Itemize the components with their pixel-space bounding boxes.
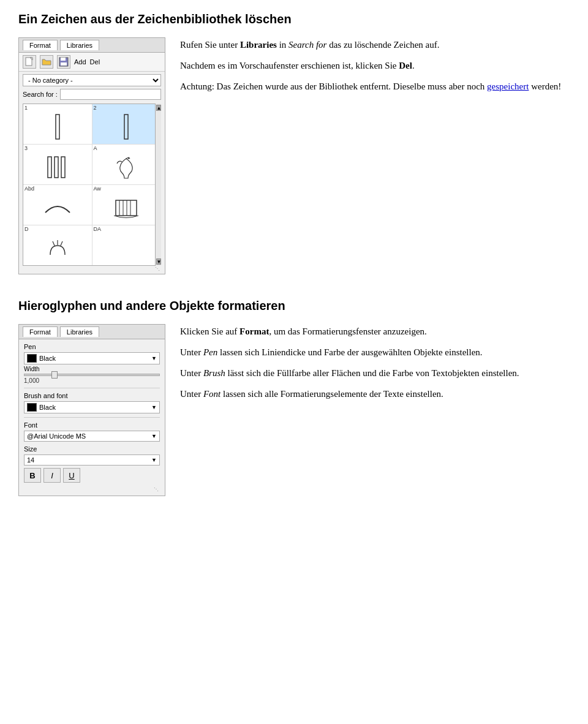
brush-color-label: Black bbox=[39, 404, 149, 411]
glyph-cell-D[interactable]: D bbox=[23, 225, 92, 265]
section2-text: Klicken Sie auf Format, um das Formatier… bbox=[180, 324, 570, 496]
glyph-row-1: 1 2 bbox=[23, 104, 160, 145]
glyph-cell-2[interactable]: 2 bbox=[92, 104, 161, 144]
divider-1 bbox=[24, 388, 160, 388]
format-buttons-row: B I U bbox=[24, 468, 160, 483]
width-value: 1,000 bbox=[24, 377, 160, 384]
para-1: Rufen Sie unter Libraries in Search for … bbox=[180, 37, 570, 52]
brush-font-label: Brush and font bbox=[24, 392, 160, 399]
svg-rect-9 bbox=[61, 157, 65, 178]
glyph-row-4: D bbox=[23, 225, 160, 265]
para-2: Nachdem es im Vorschaufenster erschienen… bbox=[180, 58, 570, 73]
para-s2-3: Unter Brush lässt sich die Füllfarbe all… bbox=[180, 366, 570, 380]
divider-2 bbox=[24, 417, 160, 418]
svg-rect-11 bbox=[116, 200, 137, 216]
svg-rect-6 bbox=[124, 115, 128, 139]
section1-text: Rufen Sie unter Libraries in Search for … bbox=[180, 37, 570, 274]
italic-button[interactable]: I bbox=[43, 468, 61, 483]
format-resize-handle[interactable]: ⋱ bbox=[24, 486, 160, 492]
pen-color-swatch bbox=[27, 354, 37, 363]
panel-tabs: Format Libraries bbox=[19, 38, 165, 53]
glyph-cell-1[interactable]: 1 bbox=[23, 104, 92, 144]
scrollbar[interactable]: ▲ ▼ bbox=[155, 104, 161, 266]
category-dropdown[interactable]: - No category - bbox=[23, 74, 161, 86]
svg-rect-4 bbox=[61, 62, 67, 66]
width-slider[interactable] bbox=[24, 374, 160, 376]
glyph-cell-Abd[interactable]: Abd bbox=[23, 185, 92, 225]
pen-dropdown-arrow: ▼ bbox=[151, 355, 157, 361]
add-label: Add bbox=[74, 58, 86, 66]
gespeichert-link[interactable]: gespeichert bbox=[487, 81, 529, 91]
pen-color-dropdown[interactable]: Black ▼ bbox=[24, 352, 160, 364]
new-icon[interactable] bbox=[23, 55, 36, 69]
tab-format[interactable]: Format bbox=[23, 40, 58, 50]
para-3: Achtung: Das Zeichen wurde aus der Bibli… bbox=[180, 79, 570, 94]
brush-color-swatch bbox=[27, 403, 37, 412]
tab-format-2[interactable]: Format bbox=[23, 326, 58, 337]
font-section-label: Font bbox=[24, 421, 160, 429]
size-dropdown-arrow: ▼ bbox=[151, 457, 157, 463]
glyph-cell-3[interactable]: 3 bbox=[23, 145, 92, 184]
glyph-cell-A[interactable]: A bbox=[92, 145, 161, 184]
svg-rect-7 bbox=[48, 157, 51, 178]
glyph-grid-container: 1 2 bbox=[23, 104, 161, 266]
open-icon[interactable] bbox=[40, 55, 53, 69]
resize-handle[interactable]: ⋱ bbox=[23, 266, 161, 271]
para-s2-1: Klicken Sie auf Format, um das Formatier… bbox=[180, 324, 570, 339]
bold-button[interactable]: B bbox=[24, 468, 41, 483]
pen-label: Pen bbox=[24, 343, 160, 350]
format-body: Pen Black ▼ Width 1,000 Brush and font bbox=[19, 339, 165, 496]
save-icon[interactable] bbox=[57, 55, 70, 69]
search-input[interactable] bbox=[60, 89, 161, 100]
section2: Hieroglyphen und andere Objekte formatie… bbox=[18, 299, 570, 496]
format-panel-tabs: Format Libraries bbox=[19, 325, 165, 339]
font-dropdown-arrow: ▼ bbox=[151, 433, 157, 439]
section1-title: Ein Zeichen aus der Zeichenbibliothek lö… bbox=[18, 12, 570, 26]
brush-color-dropdown[interactable]: Black ▼ bbox=[24, 401, 160, 413]
size-dropdown[interactable]: 14 ▼ bbox=[24, 454, 160, 466]
glyph-grid: 1 2 bbox=[23, 104, 161, 266]
search-label: Search for : bbox=[23, 91, 58, 98]
size-section-label: Size bbox=[24, 445, 160, 453]
format-panel: Format Libraries Pen Black ▼ Width bbox=[18, 324, 165, 496]
font-dropdown[interactable]: @Arial Unicode MS ▼ bbox=[24, 431, 160, 442]
svg-rect-3 bbox=[61, 58, 66, 61]
svg-point-10 bbox=[128, 157, 130, 159]
slider-thumb[interactable] bbox=[51, 371, 58, 379]
para-s2-4: Unter Font lassen sich alle Formatierung… bbox=[180, 387, 570, 401]
underline-button[interactable]: U bbox=[63, 468, 80, 483]
tab-libraries[interactable]: Libraries bbox=[60, 40, 99, 50]
search-row: Search for : bbox=[23, 89, 161, 100]
panel-body: - No category - Search for : 1 bbox=[19, 72, 165, 274]
brush-dropdown-arrow: ▼ bbox=[151, 404, 157, 410]
width-slider-row bbox=[24, 374, 160, 376]
section1: Ein Zeichen aus der Zeichenbibliothek lö… bbox=[18, 12, 570, 274]
glyph-row-3: Abd Aw bbox=[23, 185, 160, 225]
font-value: @Arial Unicode MS bbox=[27, 432, 86, 440]
del-label: Del bbox=[90, 58, 100, 66]
glyph-cell-Aw[interactable]: Aw bbox=[92, 185, 161, 225]
glyph-row-2: 3 A bbox=[23, 145, 160, 185]
glyph-cell-DA[interactable]: DA bbox=[92, 225, 161, 265]
svg-rect-8 bbox=[55, 157, 58, 178]
libraries-panel: Format Libraries bbox=[18, 37, 165, 274]
pen-color-label: Black bbox=[39, 355, 149, 362]
width-section-label: Width bbox=[24, 366, 160, 372]
size-value: 14 bbox=[27, 456, 34, 464]
svg-rect-5 bbox=[56, 115, 59, 139]
section2-title: Hieroglyphen und andere Objekte formatie… bbox=[18, 299, 570, 313]
tab-libraries-2[interactable]: Libraries bbox=[60, 326, 99, 337]
panel-toolbar: Add Del bbox=[19, 53, 165, 72]
para-s2-2: Unter Pen lassen sich Liniendicke und Fa… bbox=[180, 345, 570, 360]
